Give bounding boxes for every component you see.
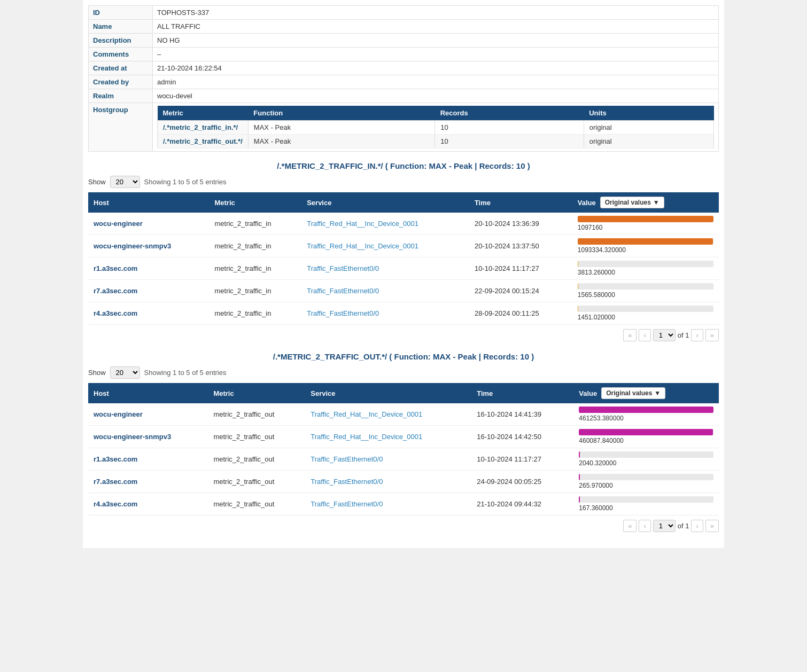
s2-col-time: Time — [471, 383, 573, 403]
cell-metric: metric_2_traffic_out — [208, 448, 305, 471]
s1-last-btn[interactable]: » — [705, 329, 719, 341]
cell-service[interactable]: Traffic_Red_Hat__Inc_Device_0001 — [301, 213, 469, 235]
cell-host[interactable]: wocu-engineer — [88, 403, 208, 426]
service-link[interactable]: Traffic_Red_Hat__Inc_Device_0001 — [307, 220, 418, 228]
cell-service[interactable]: Traffic_FastEthernet0/0 — [305, 493, 471, 515]
service-link[interactable]: Traffic_FastEthernet0/0 — [307, 264, 379, 272]
s1-value-dropdown[interactable]: Original values ▼ — [600, 197, 664, 208]
cell-metric: metric_2_traffic_out — [208, 426, 305, 448]
name-value: ALL TRAFFIC — [153, 20, 719, 34]
host-link[interactable]: wocu-engineer-snmpv3 — [94, 242, 171, 250]
cell-value: 461253.380000 — [573, 403, 719, 426]
s1-first-btn[interactable]: « — [623, 329, 637, 341]
metrics-cell-units: original — [584, 121, 713, 135]
s1-next-btn[interactable]: › — [691, 329, 703, 341]
cell-service[interactable]: Traffic_FastEthernet0/0 — [305, 471, 471, 493]
host-link[interactable]: r7.a3sec.com — [94, 478, 137, 486]
s1-col-value: Value Original values ▼ — [572, 192, 719, 213]
cell-service[interactable]: Traffic_FastEthernet0/0 — [305, 448, 471, 471]
cell-service[interactable]: Traffic_Red_Hat__Inc_Device_0001 — [305, 403, 471, 426]
cell-host[interactable]: wocu-engineer — [88, 213, 209, 235]
cell-service[interactable]: Traffic_FastEthernet0/0 — [301, 280, 469, 302]
section2-show-select[interactable]: 2050100 — [110, 366, 140, 379]
bar-fill — [578, 261, 578, 267]
cell-host[interactable]: r1.a3sec.com — [88, 448, 208, 471]
created-by-value: admin — [153, 75, 719, 89]
s1-col-service: Service — [301, 192, 469, 213]
service-link[interactable]: Traffic_FastEthernet0/0 — [311, 478, 383, 486]
cell-value: 1097160 — [572, 213, 719, 235]
id-value: TOPHOSTS-337 — [153, 6, 719, 20]
service-link[interactable]: Traffic_Red_Hat__Inc_Device_0001 — [311, 410, 422, 418]
cell-time: 10-10-2024 11:17:27 — [469, 257, 572, 280]
cell-host[interactable]: wocu-engineer-snmpv3 — [88, 426, 208, 448]
cell-time: 28-09-2024 00:11:25 — [469, 302, 572, 325]
s2-value-dropdown[interactable]: Original values ▼ — [601, 387, 665, 399]
cell-service[interactable]: Traffic_FastEthernet0/0 — [301, 302, 469, 325]
s1-page-select[interactable]: 1 — [653, 329, 676, 341]
cell-time: 16-10-2024 14:41:39 — [471, 403, 573, 426]
id-label: ID — [89, 6, 153, 20]
created-at-value: 21-10-2024 16:22:54 — [153, 61, 719, 75]
chevron-down-icon: ▼ — [654, 389, 661, 397]
service-link[interactable]: Traffic_Red_Hat__Inc_Device_0001 — [311, 433, 422, 441]
s2-prev-btn[interactable]: ‹ — [639, 520, 650, 532]
service-link[interactable]: Traffic_FastEthernet0/0 — [311, 500, 383, 508]
bar-fill — [579, 407, 713, 413]
info-row-comments: Comments – — [89, 48, 719, 61]
cell-service[interactable]: Traffic_Red_Hat__Inc_Device_0001 — [305, 426, 471, 448]
cell-time: 20-10-2024 13:36:39 — [469, 213, 572, 235]
cell-host[interactable]: r1.a3sec.com — [88, 257, 209, 280]
value-text: 265.970000 — [579, 482, 612, 489]
cell-service[interactable]: Traffic_Red_Hat__Inc_Device_0001 — [301, 235, 469, 257]
service-link[interactable]: Traffic_FastEthernet0/0 — [307, 309, 379, 317]
s1-prev-btn[interactable]: ‹ — [639, 329, 650, 341]
cell-metric: metric_2_traffic_out — [208, 493, 305, 515]
bar-container — [578, 238, 713, 245]
bar-container — [578, 306, 713, 312]
service-link[interactable]: Traffic_Red_Hat__Inc_Device_0001 — [307, 242, 418, 250]
s2-col-value: Value Original values ▼ — [573, 383, 719, 403]
cell-host[interactable]: r7.a3sec.com — [88, 471, 208, 493]
host-link[interactable]: r1.a3sec.com — [94, 264, 137, 272]
cell-service[interactable]: Traffic_FastEthernet0/0 — [301, 257, 469, 280]
cell-time: 24-09-2024 00:05:25 — [471, 471, 573, 493]
host-link[interactable]: r4.a3sec.com — [94, 500, 137, 508]
metrics-col-metric: Metric — [158, 106, 249, 121]
cell-time: 10-10-2024 11:17:27 — [471, 448, 573, 471]
info-table: ID TOPHOSTS-337 Name ALL TRAFFIC Descrip… — [88, 5, 719, 152]
s2-next-btn[interactable]: › — [691, 520, 703, 532]
section1-entries-info: Showing 1 to 5 of 5 entries — [144, 178, 227, 186]
s2-page-select[interactable]: 1 — [653, 520, 676, 532]
host-link[interactable]: r7.a3sec.com — [94, 287, 137, 295]
s2-first-btn[interactable]: « — [623, 520, 637, 532]
section1-show-row: Show 2050100 Showing 1 to 5 of 5 entries — [88, 176, 719, 188]
cell-host[interactable]: r7.a3sec.com — [88, 280, 209, 302]
bar-fill — [579, 451, 579, 458]
host-link[interactable]: wocu-engineer — [94, 410, 143, 418]
table-row: wocu-engineer-snmpv3 metric_2_traffic_in… — [88, 235, 719, 257]
bar-container — [578, 216, 713, 222]
section1-show-select[interactable]: 2050100 — [110, 176, 140, 188]
cell-host[interactable]: wocu-engineer-snmpv3 — [88, 235, 209, 257]
cell-value: 1565.580000 — [572, 280, 719, 302]
created-at-label: Created at — [89, 61, 153, 75]
created-by-label: Created by — [89, 75, 153, 89]
cell-metric: metric_2_traffic_in — [209, 235, 301, 257]
cell-value: 2040.320000 — [573, 448, 719, 471]
host-link[interactable]: wocu-engineer — [94, 220, 143, 228]
host-link[interactable]: r1.a3sec.com — [94, 455, 137, 463]
host-link[interactable]: r4.a3sec.com — [94, 309, 137, 317]
host-link[interactable]: wocu-engineer-snmpv3 — [94, 433, 171, 441]
s2-col-service: Service — [305, 383, 471, 403]
table-row: r7.a3sec.com metric_2_traffic_in Traffic… — [88, 280, 719, 302]
cell-host[interactable]: r4.a3sec.com — [88, 302, 209, 325]
bar-container — [579, 451, 713, 458]
s2-last-btn[interactable]: » — [705, 520, 719, 532]
service-link[interactable]: Traffic_FastEthernet0/0 — [307, 287, 379, 295]
s1-page-of-label: of 1 — [678, 331, 689, 339]
service-link[interactable]: Traffic_FastEthernet0/0 — [311, 455, 383, 463]
table-row: wocu-engineer metric_2_traffic_out Traff… — [88, 403, 719, 426]
cell-value: 460087.840000 — [573, 426, 719, 448]
cell-host[interactable]: r4.a3sec.com — [88, 493, 208, 515]
